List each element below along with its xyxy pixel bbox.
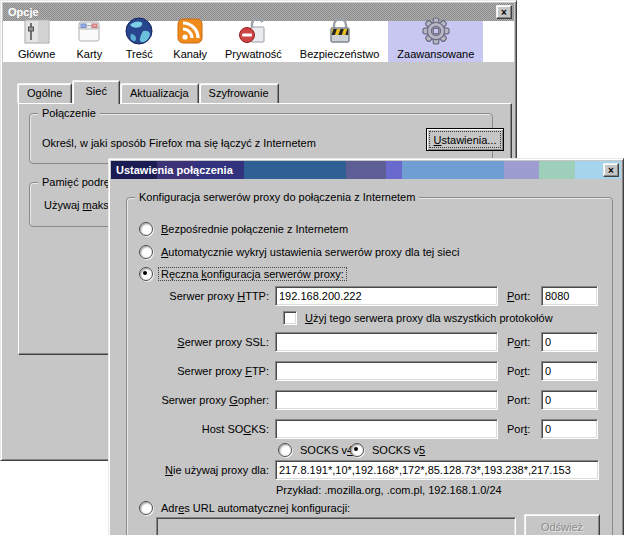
direct-connection-option[interactable]: Bezpośrednie połączenie z Internetem: [139, 221, 350, 236]
no-proxy-label: Nie używaj proxy dla:: [131, 460, 269, 480]
toolbar-item-label: Zaawansowane: [397, 48, 474, 60]
toolbar-item-tresc[interactable]: Treść: [114, 21, 164, 62]
globe-icon: [123, 15, 155, 47]
options-tabstrip: Ogólne Sieć Aktualizacja Szyfrowanie: [17, 81, 279, 103]
manual-config-label: Ręczna konfiguracja serwerów proxy:: [159, 268, 346, 280]
socks-host-input[interactable]: [275, 419, 498, 439]
auto-detect-option[interactable]: Automatycznie wykryj ustawienia serwerów…: [139, 244, 461, 259]
gear-icon: [420, 15, 452, 47]
gopher-port-label: Port:: [507, 390, 530, 410]
rss-feed-icon: [174, 15, 206, 47]
toolbar-item-zaawansowane[interactable]: Zaawansowane: [388, 21, 483, 62]
options-toolbar: Główne Karty Treść Kanały Prywatność: [3, 21, 514, 62]
ftp-proxy-input[interactable]: [275, 361, 498, 381]
socks-v5-radio[interactable]: [350, 443, 364, 457]
browser-tabs-icon: [73, 15, 105, 47]
connection-group-label: Połączenie: [38, 107, 100, 119]
http-proxy-input[interactable]: [275, 286, 498, 306]
dialog-titlebar[interactable]: Ustawienia połączenia ×: [111, 161, 621, 179]
ssl-port-input[interactable]: [541, 332, 598, 352]
proxy-config-group-label: Konfiguracja serwerów proxy do połączeni…: [135, 191, 419, 203]
toolbar-item-label: Bezpieczeństwo: [300, 48, 380, 60]
toolbar-item-label: Kanały: [173, 48, 207, 60]
ssl-proxy-label: Serwer proxy SSL:: [131, 332, 269, 352]
options-close-button[interactable]: ×: [496, 5, 512, 19]
toolbar-item-label: Treść: [126, 48, 153, 60]
toolbar-item-glowne[interactable]: Główne: [9, 21, 64, 62]
socks-port-label: Port:: [507, 419, 530, 439]
manual-config-option[interactable]: Ręczna konfiguracja serwerów proxy:: [139, 266, 346, 281]
socks-port-input[interactable]: [541, 419, 598, 439]
no-proxy-example: Przykład: .mozilla.org, .com.pl, 192.168…: [276, 484, 502, 496]
ftp-port-label: Port:: [507, 361, 530, 381]
connection-groupbox: Połączenie Określ, w jaki sposób Firefox…: [29, 113, 493, 164]
toolbar-item-label: Prywatność: [225, 48, 282, 60]
socks-host-label: Host SOCKS:: [131, 419, 269, 439]
http-proxy-label: Serwer proxy HTTP:: [131, 286, 269, 306]
gopher-proxy-label: Serwer proxy Gopher:: [131, 390, 269, 410]
gopher-port-input[interactable]: [541, 390, 598, 410]
auto-url-option[interactable]: Adres URL automatycznej konfiguracji:: [139, 500, 352, 515]
socks-v5-option[interactable]: SOCKS v5: [350, 442, 427, 457]
no-proxy-input[interactable]: [275, 460, 599, 480]
ftp-proxy-label: Serwer proxy FTP:: [131, 361, 269, 381]
socks-v4-label: SOCKS v4: [298, 444, 355, 456]
gopher-proxy-input[interactable]: [275, 390, 498, 410]
auto-url-input[interactable]: [156, 517, 516, 535]
direct-connection-radio[interactable]: [139, 222, 153, 236]
tab-aktualizacja[interactable]: Aktualizacja: [120, 83, 199, 103]
auto-url-label: Adres URL automatycznej konfiguracji:: [159, 502, 352, 514]
auto-detect-radio[interactable]: [139, 245, 153, 259]
toolbar-item-label: Główne: [18, 48, 55, 60]
http-port-label: Port:: [507, 286, 530, 306]
share-proxy-option[interactable]: Użyj tego serwera proxy dla wszystkich p…: [283, 310, 555, 325]
auto-url-radio[interactable]: [139, 501, 153, 515]
dialog-close-button[interactable]: ×: [603, 163, 619, 177]
share-proxy-label: Użyj tego serwera proxy dla wszystkich p…: [303, 312, 555, 324]
manual-config-radio[interactable]: [139, 267, 153, 281]
toolbar-item-label: Karty: [76, 48, 102, 60]
ssl-proxy-input[interactable]: [275, 332, 498, 352]
ssl-port-label: Port:: [507, 332, 530, 352]
refresh-button[interactable]: Odśwież: [524, 514, 600, 535]
toolbar-item-karty[interactable]: Karty: [64, 21, 114, 62]
connection-settings-dialog: Ustawienia połączenia × Konfiguracja ser…: [108, 158, 624, 535]
tab-ogolne[interactable]: Ogólne: [17, 83, 72, 103]
toolbar-item-kanaly[interactable]: Kanały: [164, 21, 216, 62]
socks-v4-radio[interactable]: [278, 443, 292, 457]
connection-settings-button[interactable]: Ustawienia...: [426, 128, 504, 151]
share-proxy-checkbox[interactable]: [283, 311, 297, 325]
security-lock-icon: [324, 15, 356, 47]
toolbar-item-prywatnosc[interactable]: Prywatność: [216, 21, 291, 62]
dialog-body: Konfiguracja serwerów proxy do połączeni…: [111, 179, 621, 535]
dialog-title: Ustawienia połączenia: [111, 164, 603, 176]
socks-v5-label: SOCKS v5: [370, 444, 427, 456]
http-port-input[interactable]: [541, 286, 598, 306]
auto-detect-label: Automatycznie wykryj ustawienia serwerów…: [159, 246, 461, 258]
connection-description: Określ, w jaki sposób Firefox ma się łąc…: [42, 137, 316, 149]
tab-siec[interactable]: Sieć: [72, 80, 119, 104]
direct-connection-label: Bezpośrednie połączenie z Internetem: [159, 223, 350, 235]
preferences-panel-icon: [21, 15, 53, 47]
ftp-port-input[interactable]: [541, 361, 598, 381]
toolbar-item-bezpieczenstwo[interactable]: Bezpieczeństwo: [291, 21, 389, 62]
privacy-open-lock-icon: [237, 15, 269, 47]
tab-szyfrowanie[interactable]: Szyfrowanie: [199, 83, 279, 103]
socks-v4-option[interactable]: SOCKS v4: [278, 442, 355, 457]
